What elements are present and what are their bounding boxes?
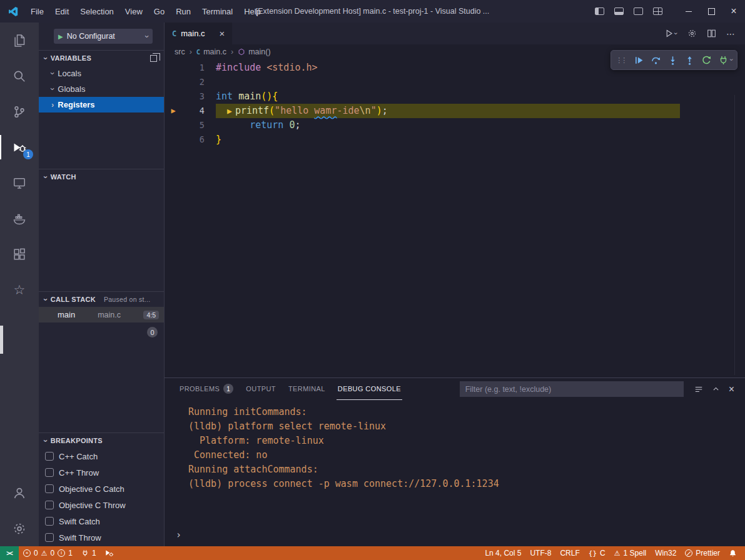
search-icon[interactable] bbox=[0, 58, 39, 94]
chevron-down-icon[interactable]: › bbox=[729, 58, 736, 62]
menu-selection[interactable]: Selection bbox=[74, 4, 119, 19]
status-ports[interactable]: 1 bbox=[77, 546, 101, 560]
explorer-icon[interactable] bbox=[0, 22, 39, 58]
close-tab-icon[interactable]: × bbox=[220, 28, 225, 39]
activity-bar: 1 ☆ bbox=[0, 22, 39, 546]
editor-settings-gear-icon[interactable] bbox=[682, 29, 702, 38]
stack-frame-row[interactable]: main main.c 4:5 bbox=[39, 307, 164, 322]
status-prettier[interactable]: Prettier bbox=[681, 546, 724, 560]
accounts-icon[interactable] bbox=[0, 475, 39, 511]
tab-terminal[interactable]: TERMINAL bbox=[287, 378, 327, 400]
source-control-icon[interactable] bbox=[0, 94, 39, 129]
status-platform[interactable]: Win32 bbox=[651, 546, 681, 560]
breakpoint-checkbox[interactable] bbox=[45, 452, 54, 461]
menu-edit[interactable]: Edit bbox=[49, 4, 74, 19]
status-encoding[interactable]: UTF-8 bbox=[525, 546, 555, 560]
run-and-debug-icon[interactable]: 1 bbox=[0, 129, 39, 165]
console-options-icon[interactable] bbox=[690, 383, 707, 396]
breadcrumb-src[interactable]: src bbox=[175, 48, 185, 56]
glyph-margin[interactable] bbox=[165, 132, 182, 147]
breakpoint-item[interactable]: C++ Catch bbox=[39, 448, 164, 464]
menu-file[interactable]: File bbox=[25, 4, 49, 19]
breakpoint-checkbox[interactable] bbox=[45, 501, 54, 509]
variables-item-locals[interactable]: › Locals bbox=[39, 66, 164, 81]
minimize-button[interactable] bbox=[677, 0, 700, 22]
customize-layout-icon[interactable] bbox=[653, 8, 662, 15]
debug-current-line-arrow-icon[interactable] bbox=[165, 104, 182, 118]
glyph-margin[interactable] bbox=[165, 89, 182, 104]
glyph-margin[interactable] bbox=[165, 75, 182, 89]
run-or-debug-button[interactable]: › bbox=[659, 29, 682, 38]
breakpoints-header[interactable]: › BREAKPOINTS bbox=[39, 433, 164, 448]
breakpoint-item[interactable]: Objective C Catch bbox=[39, 481, 164, 497]
watch-header[interactable]: › WATCH bbox=[39, 169, 164, 184]
toggle-secondary-sidebar-icon[interactable] bbox=[634, 8, 643, 15]
menu-go[interactable]: Go bbox=[148, 4, 170, 19]
star-extension-icon[interactable]: ☆ bbox=[0, 272, 39, 308]
console-filter-input[interactable] bbox=[460, 381, 684, 397]
tab-output[interactable]: OUTPUT bbox=[245, 378, 277, 400]
remote-explorer-icon[interactable] bbox=[0, 165, 39, 201]
breakpoint-checkbox[interactable] bbox=[45, 517, 54, 526]
copy-value-icon[interactable] bbox=[150, 55, 157, 62]
breakpoint-checkbox[interactable] bbox=[45, 468, 54, 477]
step-out-button[interactable] bbox=[681, 52, 698, 68]
call-stack-header[interactable]: › CALL STACK Paused on st... bbox=[39, 292, 164, 307]
breakpoint-checkbox[interactable] bbox=[45, 533, 54, 542]
continue-button[interactable] bbox=[631, 52, 647, 68]
more-actions-icon[interactable]: ⋯ bbox=[721, 29, 740, 39]
toggle-panel-icon[interactable] bbox=[614, 8, 624, 15]
status-spell[interactable]: ⚠ 1 Spell bbox=[610, 546, 651, 560]
variables-item-globals[interactable]: › Globals bbox=[39, 81, 164, 97]
debug-configuration-dropdown[interactable]: ▶ No Configurat › bbox=[54, 29, 153, 44]
status-debug[interactable] bbox=[101, 546, 118, 560]
problems-count-badge: 1 bbox=[223, 384, 233, 394]
status-line-col[interactable]: Ln 4, Col 5 bbox=[480, 546, 525, 560]
breakpoint-item[interactable]: Swift Throw bbox=[39, 529, 164, 546]
split-editor-icon[interactable] bbox=[702, 29, 721, 38]
step-into-button[interactable] bbox=[664, 52, 681, 68]
extensions-icon[interactable] bbox=[0, 236, 39, 272]
menu-run[interactable]: Run bbox=[170, 4, 196, 19]
breadcrumb-symbol[interactable]: main() bbox=[238, 48, 270, 56]
status-problems[interactable]: × 0 ⚠ 0 i 1 bbox=[19, 546, 77, 560]
variables-header[interactable]: › VARIABLES bbox=[39, 51, 164, 66]
maximize-panel-icon[interactable] bbox=[707, 383, 724, 395]
tree-item-label: Locals bbox=[58, 69, 81, 78]
console-input-prompt[interactable]: › bbox=[176, 529, 181, 541]
menu-terminal[interactable]: Terminal bbox=[196, 4, 238, 19]
breakpoint-item[interactable]: C++ Throw bbox=[39, 464, 164, 481]
editor-scrollbar[interactable] bbox=[734, 95, 735, 375]
editor-group: C main.c × › bbox=[164, 22, 745, 546]
tab-debug-console[interactable]: DEBUG CONSOLE bbox=[337, 378, 402, 400]
toggle-sidebar-icon[interactable] bbox=[595, 8, 604, 15]
code-editor[interactable]: 1#include <stdio.h>23int main(){4 printf… bbox=[165, 59, 745, 378]
breakpoint-checkbox[interactable] bbox=[45, 484, 54, 493]
maximize-button[interactable] bbox=[700, 0, 722, 22]
glyph-margin[interactable] bbox=[165, 61, 182, 75]
breadcrumb-file[interactable]: C main.c bbox=[196, 48, 226, 56]
settings-gear-icon[interactable] bbox=[0, 511, 39, 546]
breakpoint-item[interactable]: Swift Catch bbox=[39, 513, 164, 529]
docker-icon[interactable] bbox=[0, 201, 39, 236]
step-over-button[interactable] bbox=[647, 52, 664, 68]
remote-indicator[interactable]: >< bbox=[0, 546, 19, 560]
language-text: C bbox=[600, 549, 606, 558]
menu-view[interactable]: View bbox=[119, 4, 148, 19]
tab-main-c[interactable]: C main.c × bbox=[165, 22, 232, 44]
tab-problems[interactable]: PROBLEMS 1 bbox=[178, 378, 235, 400]
close-panel-icon[interactable]: × bbox=[724, 382, 739, 397]
code-lines: 1#include <stdio.h>23int main(){4 printf… bbox=[165, 61, 745, 147]
status-eol[interactable]: CRLF bbox=[555, 546, 584, 560]
code-token: ( bbox=[269, 105, 275, 116]
drag-handle-icon[interactable]: ⋮⋮ bbox=[614, 56, 631, 64]
close-button[interactable]: × bbox=[722, 0, 745, 22]
variables-item-registers[interactable]: › Registers bbox=[39, 97, 164, 112]
status-notifications[interactable] bbox=[724, 546, 741, 560]
breakpoints-section: › BREAKPOINTS C++ CatchC++ ThrowObjectiv… bbox=[39, 432, 164, 546]
breakpoint-item[interactable]: Objective C Throw bbox=[39, 497, 164, 513]
status-language[interactable]: {} C bbox=[584, 546, 610, 560]
restart-button[interactable] bbox=[698, 52, 715, 68]
glyph-margin[interactable] bbox=[165, 118, 182, 132]
debug-console[interactable]: Running initCommands:(lldb) platform sel… bbox=[165, 400, 745, 546]
